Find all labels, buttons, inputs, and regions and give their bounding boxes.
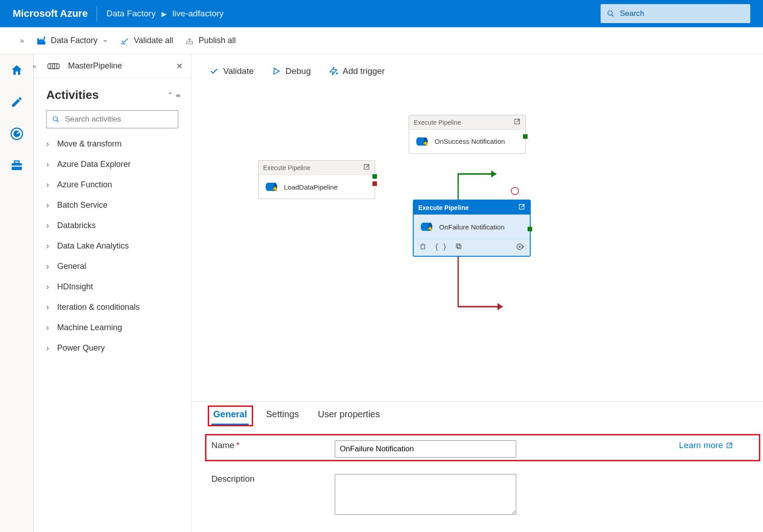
delete-connection-icon[interactable] <box>511 187 519 195</box>
tab-general[interactable]: General <box>211 409 249 425</box>
toolbox-icon[interactable] <box>9 158 24 173</box>
chevron-right-icon: › <box>46 200 51 210</box>
svg-rect-13 <box>11 166 22 167</box>
external-link-icon <box>726 442 733 449</box>
node-success[interactable]: Execute Pipeline OnSuccess Notification <box>409 115 525 153</box>
svg-point-39 <box>511 187 518 195</box>
pencil-icon[interactable] <box>9 94 24 110</box>
port-success[interactable] <box>372 174 377 179</box>
search-activities-input[interactable] <box>64 114 172 124</box>
activity-category[interactable]: ›Iteration & conditionals <box>42 297 191 317</box>
node-title: OnSuccess Notification <box>435 137 505 146</box>
expand-all-icon[interactable]: ˅˅ <box>168 92 170 98</box>
publish-all-button: Publish all <box>185 36 236 45</box>
svg-marker-26 <box>498 303 503 310</box>
svg-rect-2 <box>37 41 45 44</box>
copy-icon[interactable] <box>455 243 462 252</box>
expand-tabs-icon[interactable]: » <box>33 63 36 70</box>
activity-category[interactable]: ›Machine Learning <box>42 317 191 338</box>
port-success[interactable] <box>523 134 528 139</box>
port-success[interactable] <box>528 227 532 231</box>
svg-rect-50 <box>456 244 460 248</box>
validate-button[interactable]: Validate <box>210 66 254 76</box>
activity-category[interactable]: ›Data Lake Analytics <box>42 236 191 256</box>
tab-settings[interactable]: Settings <box>264 409 300 424</box>
pipeline-run-icon <box>265 181 279 192</box>
pipeline-run-icon <box>420 221 434 232</box>
add-trigger-label: Add trigger <box>342 66 385 76</box>
chevron-right-icon: › <box>46 262 51 271</box>
activity-category[interactable]: ›Batch Service <box>42 195 191 215</box>
activity-label: Power Query <box>57 343 105 353</box>
node-failure[interactable]: Execute Pipeline OnFailure Notification … <box>414 200 530 256</box>
node-title: LoadDataPipeline <box>284 183 337 191</box>
svg-line-1 <box>611 15 613 16</box>
validate-all-button[interactable]: Validate all <box>120 36 173 45</box>
open-icon[interactable] <box>514 118 521 127</box>
description-label: Description <box>211 474 331 484</box>
trash-icon[interactable] <box>419 243 426 252</box>
breadcrumb-data-factory[interactable]: Data Factory <box>106 9 156 18</box>
port-failure[interactable] <box>372 181 377 186</box>
braces-icon[interactable]: { } <box>435 243 447 252</box>
add-output-icon[interactable] <box>516 243 524 252</box>
debug-label: Debug <box>285 66 311 76</box>
svg-point-15 <box>52 63 55 68</box>
scope-dropdown[interactable]: Data Factory <box>36 36 108 46</box>
pipeline-run-icon <box>416 136 429 147</box>
chevron-right-icon: › <box>46 323 51 332</box>
collapse-pane-icon[interactable]: «« <box>176 92 178 99</box>
breadcrumb-resource[interactable]: live-adfactory <box>172 9 224 18</box>
tab-user-properties[interactable]: User properties <box>316 409 382 424</box>
activity-category[interactable]: ›Power Query <box>42 338 191 358</box>
node-type: Execute Pipeline <box>263 164 310 171</box>
chevron-right-icon: › <box>46 282 51 292</box>
divider <box>97 6 97 21</box>
activity-category[interactable]: ›Azure Function <box>42 175 191 195</box>
expand-rail-icon[interactable]: » <box>20 37 24 45</box>
activity-category[interactable]: ›Databricks <box>42 215 191 236</box>
global-search[interactable] <box>601 4 750 23</box>
svg-marker-3 <box>37 38 44 41</box>
open-icon[interactable] <box>363 163 370 172</box>
check-icon <box>210 67 219 76</box>
global-search-input[interactable] <box>619 9 744 19</box>
activity-category[interactable]: ›Move & transform <box>42 134 191 154</box>
search-activities[interactable] <box>46 110 178 128</box>
breadcrumb: Data Factory ▶ live-adfactory <box>106 9 224 19</box>
factory-icon <box>36 36 46 46</box>
tab-title: MasterPipeline <box>68 61 122 71</box>
close-icon[interactable]: ✕ <box>176 61 183 71</box>
open-icon[interactable] <box>518 203 525 212</box>
debug-button[interactable]: Debug <box>272 66 311 76</box>
activity-category[interactable]: ›Azure Data Explorer <box>42 154 191 175</box>
svg-point-19 <box>53 117 57 121</box>
svg-line-55 <box>729 443 732 446</box>
activity-label: Azure Function <box>57 180 112 190</box>
description-field[interactable] <box>335 474 516 515</box>
svg-line-20 <box>57 120 59 122</box>
node-load[interactable]: Execute Pipeline LoadDataPipeline <box>259 161 375 199</box>
activity-category[interactable]: ›HDInsight <box>42 277 191 297</box>
node-title: OnFailure Notification <box>439 223 504 231</box>
name-label: Name* <box>211 440 331 450</box>
add-trigger-button[interactable]: Add trigger <box>329 66 385 76</box>
chevron-right-icon: ▶ <box>161 10 167 18</box>
activity-label: Data Lake Analytics <box>57 241 129 251</box>
name-field[interactable] <box>335 440 516 458</box>
svg-rect-4 <box>44 36 45 39</box>
activity-label: Iteration & conditionals <box>57 303 140 312</box>
activities-title: Activities <box>46 88 99 102</box>
svg-rect-49 <box>457 245 461 249</box>
activity-category[interactable]: ›General <box>42 256 191 277</box>
node-type: Execute Pipeline <box>418 204 469 211</box>
chevron-right-icon: › <box>46 221 51 230</box>
validate-label: Validate <box>223 66 254 76</box>
gauge-icon[interactable] <box>9 126 24 142</box>
home-icon[interactable] <box>9 63 24 78</box>
activity-label: Batch Service <box>57 200 108 210</box>
pipeline-canvas[interactable]: Execute Pipeline LoadDataPipeline <box>191 88 763 401</box>
svg-marker-25 <box>491 171 496 178</box>
learn-more-link[interactable]: Learn more <box>679 440 733 450</box>
editor-tab[interactable]: » MasterPipeline ✕ <box>34 54 191 78</box>
